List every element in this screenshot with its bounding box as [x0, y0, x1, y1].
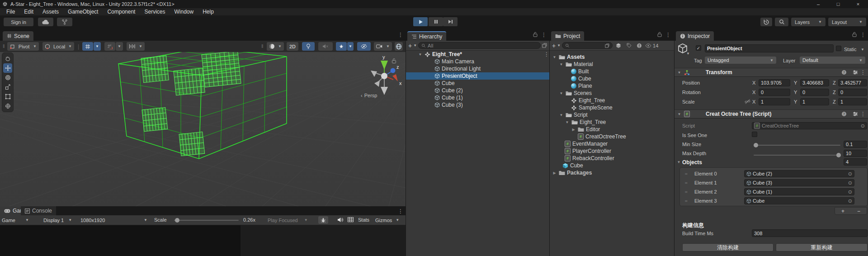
gizmos-dropdown[interactable]: Gizmos ▼: [375, 215, 399, 225]
transform-header[interactable]: ▼ Transform ? ⋮: [675, 68, 868, 77]
add-asset-button[interactable]: +: [552, 42, 556, 49]
menu-file[interactable]: File: [2, 8, 19, 15]
frame-debugger-grid-icon[interactable]: [348, 217, 354, 222]
lock-icon[interactable]: [533, 32, 538, 37]
rotation-y-field[interactable]: 0: [800, 89, 829, 96]
foldout-closed-icon[interactable]: ▶: [552, 171, 557, 175]
play-button[interactable]: [413, 17, 428, 26]
objects-count-field[interactable]: 4: [844, 158, 867, 166]
stats-button[interactable]: Stats: [358, 217, 369, 223]
scale-z-field[interactable]: 1: [838, 98, 867, 105]
tab-console[interactable]: Console: [21, 206, 56, 215]
octree-script-kebab[interactable]: ⋮: [860, 111, 866, 117]
scene-effects-dropdown[interactable]: ▼: [347, 42, 354, 51]
rotation-z-field[interactable]: 0: [838, 89, 867, 96]
foldout-open-icon[interactable]: ▼: [676, 160, 681, 164]
min-size-slider[interactable]: [754, 145, 840, 146]
element-row[interactable]: ＝ Element 2 Cube (1) ⊙: [680, 188, 867, 196]
local-dropdown[interactable]: Local ▼: [42, 42, 74, 51]
project-row[interactable]: ▼ Eight_Tree: [550, 119, 674, 126]
foldout-open-icon[interactable]: ▼: [559, 62, 564, 66]
scene-camera-dropdown[interactable]: ▼: [374, 42, 392, 51]
project-row[interactable]: Plane: [550, 82, 674, 90]
step-button[interactable]: [443, 17, 458, 26]
menu-edit[interactable]: Edit: [19, 8, 38, 15]
clear-build-button[interactable]: 清除构建: [682, 243, 774, 251]
object-picker-icon[interactable]: ⊙: [848, 189, 852, 195]
version-control-button[interactable]: [57, 18, 72, 26]
foldout-open-icon[interactable]: ▼: [559, 91, 564, 95]
drag-handle-icon[interactable]: ‖: [261, 43, 264, 49]
layout-dropdown[interactable]: Layout ▼: [828, 18, 866, 26]
tab-hierarchy[interactable]: Hierarchy: [407, 31, 446, 41]
menu-help[interactable]: Help: [198, 8, 218, 15]
eye-icon[interactable]: [645, 43, 651, 48]
inspector-menu-kebab[interactable]: ⋮: [860, 32, 866, 38]
display-dropdown[interactable]: Display 1 ▼: [43, 215, 72, 225]
foldout-open-icon[interactable]: ▼: [677, 112, 682, 116]
static-checkbox[interactable]: [836, 46, 841, 51]
chevron-down-icon[interactable]: ▼: [413, 43, 417, 47]
foldout-open-icon[interactable]: ▼: [552, 55, 557, 59]
perspective-toggle[interactable]: ‹ Persp: [361, 93, 377, 98]
hierarchy-search-input[interactable]: All: [418, 42, 541, 49]
drag-handle-icon[interactable]: ‖: [3, 43, 5, 49]
scene-visibility-toggle[interactable]: [357, 42, 371, 51]
tab-project[interactable]: Project: [551, 31, 584, 41]
view-hand-tool[interactable]: [3, 54, 12, 63]
game-viewport[interactable]: [0, 225, 406, 256]
project-row[interactable]: ▼ Scenes: [550, 90, 674, 97]
element-row[interactable]: ＝ Element 3 Cube ⊙: [680, 197, 867, 205]
add-object-button[interactable]: +: [408, 42, 412, 49]
grid-visibility-dropdown[interactable]: ▼: [94, 42, 101, 51]
sign-in-button[interactable]: Sign in: [4, 18, 33, 26]
rect-tool[interactable]: [3, 92, 12, 101]
cloud-button[interactable]: [38, 18, 53, 26]
link-broken-icon[interactable]: [745, 99, 750, 104]
rotate-tool[interactable]: [3, 73, 12, 82]
max-depth-field[interactable]: 10: [844, 150, 867, 157]
help-icon[interactable]: ?: [841, 111, 847, 117]
scene-gizmo-globe-button[interactable]: [395, 42, 403, 51]
presets-icon[interactable]: [853, 112, 858, 116]
tag-dropdown[interactable]: Untagged▼: [705, 57, 776, 64]
open-new-window-icon[interactable]: [542, 43, 547, 48]
pause-button[interactable]: [429, 17, 443, 26]
scene-menu-kebab[interactable]: ⋮: [398, 32, 403, 38]
remove-element-button[interactable]: −: [857, 208, 860, 214]
mute-audio-icon[interactable]: [337, 217, 344, 223]
menu-assets[interactable]: Assets: [38, 8, 63, 15]
octree-script-header[interactable]: ▼ # Creat Octree Tree (Script) ? ⋮: [675, 109, 868, 119]
menu-window[interactable]: Window: [170, 8, 198, 15]
open-new-window-icon[interactable]: [605, 43, 609, 48]
project-row[interactable]: # EventManager: [550, 140, 674, 147]
snap-dropdown[interactable]: ▼: [116, 42, 123, 51]
element-object-field[interactable]: Cube (2) ⊙: [744, 170, 854, 177]
menu-component[interactable]: Component: [103, 8, 140, 15]
position-x-field[interactable]: 103.9705: [759, 79, 790, 86]
project-row[interactable]: # RebackController: [550, 155, 674, 162]
hierarchy-row[interactable]: Cube (3): [406, 101, 549, 109]
transform-kebab[interactable]: ⋮: [860, 69, 866, 76]
scale-y-field[interactable]: 1: [800, 98, 829, 105]
layer-dropdown[interactable]: Default▼: [800, 57, 865, 64]
object-picker-icon[interactable]: ⊙: [861, 123, 865, 129]
build-time-field[interactable]: 308: [752, 229, 868, 237]
project-row[interactable]: # PlayerController: [550, 147, 674, 155]
minimize-button[interactable]: –: [808, 0, 828, 8]
lock-icon[interactable]: [657, 32, 662, 37]
scene-effects-toggle[interactable]: [336, 42, 347, 51]
object-picker-icon[interactable]: ⊙: [848, 180, 852, 186]
resolution-dropdown[interactable]: 1080x1920 ▼: [80, 215, 147, 225]
close-button[interactable]: ×: [848, 0, 868, 8]
presets-icon[interactable]: [853, 70, 858, 75]
element-object-field[interactable]: Cube ⊙: [744, 197, 854, 204]
drag-handle-icon[interactable]: ＝: [684, 198, 688, 204]
menu-services[interactable]: Services: [140, 8, 170, 15]
project-menu-kebab[interactable]: ⋮: [665, 32, 671, 38]
snap-increment-dropdown[interactable]: ▼: [127, 42, 145, 51]
scale-tool[interactable]: [3, 82, 12, 92]
scene-viewport[interactable]: [0, 52, 406, 206]
min-size-knob[interactable]: [754, 143, 758, 147]
hierarchy-row[interactable]: Cube: [406, 80, 549, 87]
